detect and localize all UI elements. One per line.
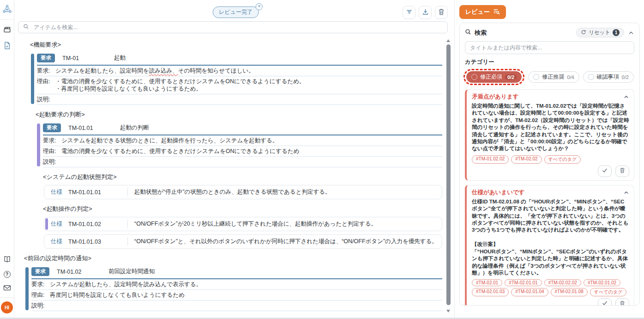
- section-heading: <機能要求>: [30, 41, 442, 49]
- finding-title: 矛盾点があります: [472, 93, 518, 101]
- finding-body: 設定時間の通知に関して、TM-01.02.02では「設定時間が記憶されていない場…: [472, 103, 629, 153]
- scrollbar-down-arrow[interactable]: [446, 310, 450, 313]
- resolve-finding-button[interactable]: [598, 166, 612, 177]
- document-check-icon[interactable]: [4, 42, 11, 51]
- list-search-icon: [493, 8, 500, 16]
- field-row-requirement: 要求: システムを起動したら、設定時間を読み込み、その時間を知らせてほしい。: [37, 66, 442, 76]
- field-row-reason: 理由: ・電池の消費を少なくするために、使用するときだけシステムをONにできるよ…: [37, 76, 442, 94]
- tag-chip[interactable]: #TM-02.01.03: [472, 288, 509, 296]
- item-search-box[interactable]: [18, 21, 448, 33]
- network-triangle-logo-icon: [2, 4, 12, 16]
- tag-chip[interactable]: #TM-02.02.02: [544, 279, 581, 286]
- help-icon[interactable]: ?: [4, 271, 11, 278]
- item-title: 前回設定時間通知: [108, 268, 155, 276]
- item-id: TM-01.01: [68, 125, 120, 131]
- spec-text: “ON/OFFボタン”と、それ以外のボタンのいずれかが同時に押下された場合は、“…: [134, 238, 438, 245]
- spec-row-tm01-01-03[interactable]: 仕様 TM-01.01.03 “ON/OFFボタン”と、それ以外のボタンのいずれ…: [44, 234, 442, 249]
- clapperboard-icon[interactable]: [3, 26, 11, 36]
- tag-chip[interactable]: #TM-02.01.01: [505, 279, 542, 286]
- download-button[interactable]: [419, 6, 432, 19]
- tag-chip[interactable]: すべてのタグ: [544, 155, 581, 164]
- column-divider: [127, 237, 128, 246]
- book-icon[interactable]: [3, 256, 11, 264]
- collapse-card-chevron-up-icon[interactable]: [623, 94, 629, 100]
- field-value: [61, 158, 442, 166]
- tag-chip[interactable]: #TM-02.01.04: [511, 288, 548, 296]
- spec-row-tm01-01-01[interactable]: 仕様 TM-01.01.01 起動状態が“停止中”の状態のときのみ、起動できる状…: [44, 185, 442, 199]
- tag-chip[interactable]: #TM-02.01: [472, 279, 502, 286]
- active-filter-count-badge: 1: [613, 29, 620, 36]
- review-search-input[interactable]: [465, 41, 634, 54]
- review-button[interactable]: レビュー: [459, 5, 506, 19]
- main-area: レビュー完了 ×: [14, 0, 454, 318]
- level-color-bar: [37, 123, 40, 166]
- trash-icon: [620, 301, 625, 306]
- collapse-card-chevron-up-icon[interactable]: [623, 190, 629, 196]
- tag-chip[interactable]: #TM-02.01.02: [584, 279, 620, 286]
- finding-body: 仕様ID TM-02.01.08 の「“HOURボタン”、“MINボタン”、“S…: [472, 198, 629, 276]
- field-value: システムを起動できる状態のときに、起動操作を行ったら、システムを起動する。: [61, 137, 442, 144]
- review-finding-card-contradiction: 矛盾点があります 設定時間の通知に関して、TM-01.02.02では「設定時間が…: [465, 89, 634, 181]
- spellcheck-underline: 読み込み、: [149, 67, 178, 74]
- field-label: 要求:: [31, 281, 50, 288]
- requirement-block-tm01-01[interactable]: 要求 TM-01.01 起動の判断 要求: システムを起動できる状態のときに、起…: [37, 123, 442, 167]
- field-label: 理由:: [37, 78, 55, 92]
- category-chip-count: 0/2: [622, 74, 629, 80]
- filter-button[interactable]: [403, 6, 415, 19]
- annotation-dashed-highlight: 修正必須 0/2: [463, 69, 524, 85]
- requirement-block-tm01[interactable]: 要求 TM-01 起動 要求: システムを起動したら、設定時間を読み込み、その時…: [31, 53, 442, 105]
- section-heading: <前回の設定時間の通知>: [24, 254, 442, 263]
- type-badge: 要求: [31, 267, 49, 276]
- field-label: 説明:: [43, 158, 61, 166]
- category-chip-must-fix[interactable]: 修正必須 0/2: [466, 71, 522, 83]
- tag-chip[interactable]: #TM-01.02.02: [472, 155, 509, 164]
- trash-icon: [620, 167, 625, 175]
- reset-icon: [581, 30, 586, 36]
- category-chip-recommended-fix[interactable]: 修正推奨 0/4: [528, 71, 579, 83]
- field-label: 説明:: [31, 302, 50, 309]
- reset-filter-button[interactable]: リセット 1: [576, 28, 624, 37]
- spec-row-tm01-01-02[interactable]: 仕様 TM-01.01.02 “ON/OFFボタン”が20ミリ秒以上継続して押下…: [44, 217, 442, 231]
- review-finding-card-ambiguous-spec: 仕様があいまいです 仕様ID TM-02.01.08 の「“HOURボタン”、“…: [465, 185, 634, 306]
- category-chip-confirmation[interactable]: 確認事項 0/2: [583, 71, 634, 83]
- check-icon: [602, 167, 608, 175]
- item-search-input[interactable]: [33, 24, 443, 31]
- collapse-panel-chevron-up-icon[interactable]: [628, 30, 634, 36]
- column-divider: [127, 188, 128, 196]
- field-row-reason: 理由: 再度同じ時間を設定しなくても良いようにするため: [31, 290, 442, 301]
- finding-tag-list: #TM-01.02.02#TM-02.02すべてのタグ: [472, 155, 629, 164]
- scrollbar-up-arrow[interactable]: [446, 39, 450, 42]
- item-id: TM-01.01.03: [68, 239, 127, 245]
- review-complete-filter-chip[interactable]: レビュー完了 ×: [212, 6, 259, 18]
- category-chip-label: 確認事項: [597, 73, 619, 81]
- avatar[interactable]: HI: [1, 301, 13, 313]
- remove-chip-icon[interactable]: ×: [256, 3, 263, 10]
- sidebar: ? HI: [0, 0, 14, 318]
- field-value: システムを起動したら、設定時間を読み込み、その時間を知らせてほしい。: [55, 67, 442, 74]
- item-id: TM-01.01.02: [68, 221, 127, 227]
- field-value: [55, 96, 442, 103]
- tag-chip[interactable]: すべてのタグ: [590, 288, 626, 296]
- column-divider: [127, 220, 128, 228]
- item-title: 起動の判断: [120, 124, 149, 132]
- tag-chip[interactable]: #TM-02.02: [511, 155, 542, 164]
- trash-icon: [438, 8, 445, 17]
- trash-button[interactable]: [435, 6, 448, 19]
- search-icon: [465, 29, 471, 37]
- requirement-block-tm01-02[interactable]: 要求 TM-01.02 前回設定時間通知 要求: システムが起動したら、設定時間…: [25, 266, 442, 311]
- radio-circle-icon: [533, 74, 539, 80]
- app-logo[interactable]: [0, 0, 14, 20]
- filter-title: 検索: [475, 29, 487, 37]
- download-icon: [422, 8, 429, 17]
- scrollbar-thumb[interactable]: [446, 44, 451, 305]
- mail-icon[interactable]: [3, 284, 11, 293]
- item-id: TM-01.01.01: [68, 189, 127, 196]
- resolve-finding-button[interactable]: [598, 298, 612, 306]
- main-toolbar: レビュー完了 ×: [17, 0, 454, 21]
- delete-finding-button[interactable]: [615, 298, 629, 306]
- delete-finding-button[interactable]: [615, 166, 629, 177]
- item-title: 起動: [114, 54, 126, 62]
- type-label: 仕様: [51, 220, 68, 228]
- tag-chip[interactable]: #TM-02.01.08: [551, 288, 588, 296]
- search-icon: [23, 23, 29, 31]
